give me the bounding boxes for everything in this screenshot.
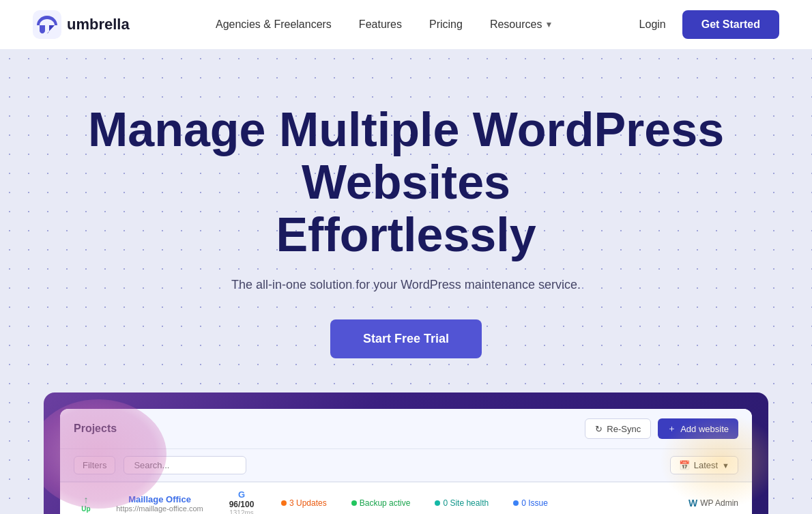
agencies-freelancers-link[interactable]: Agencies & Freelancers [216, 18, 332, 30]
logo[interactable]: umbrella [33, 10, 130, 39]
site-status: ↑ Up [74, 494, 98, 513]
search-input[interactable] [124, 456, 246, 474]
issues-dot [513, 500, 519, 506]
resources-link[interactable]: Resources ▼ [490, 18, 553, 31]
hero-section: Manage Multiple WordPress Websites Effor… [0, 49, 812, 514]
login-button[interactable]: Login [639, 18, 666, 31]
plus-icon: ＋ [667, 423, 676, 435]
features-link[interactable]: Features [359, 18, 402, 30]
hero-title-line1: Manage Multiple WordPress Websites [88, 103, 724, 209]
site-name[interactable]: Maillage Office [112, 494, 207, 504]
backup-label: Backup active [360, 498, 411, 508]
projects-title: Projects [74, 423, 117, 435]
filters-button[interactable]: Filters [74, 456, 115, 474]
issues-badge: 0 Issue [508, 496, 553, 511]
backup-badge: Backup active [346, 496, 416, 511]
sidebar-item-features[interactable]: Features [359, 18, 402, 31]
start-free-trial-button[interactable]: Start Free Trial [330, 319, 482, 358]
chevron-down-icon: ▼ [722, 461, 729, 470]
sidebar-item-pricing[interactable]: Pricing [429, 18, 463, 31]
wp-admin-label: WP Admin [700, 498, 738, 508]
dashboard-inner: Projects ↻ Re-Sync ＋ Add website Filters [60, 409, 752, 514]
nav-links: Agencies & Freelancers Features Pricing … [216, 18, 553, 31]
hero-title: Manage Multiple WordPress Websites Effor… [65, 104, 747, 261]
get-started-button[interactable]: Get Started [682, 10, 779, 39]
sidebar-item-resources[interactable]: Resources ▼ [490, 18, 553, 31]
status-up-label: Up [81, 505, 90, 513]
table-row: ↑ Up Maillage Office https://maillage-of… [60, 482, 752, 514]
chevron-down-icon: ▼ [545, 20, 553, 29]
dashboard-actions: ↻ Re-Sync ＋ Add website [585, 418, 738, 439]
updates-badge: 3 Updates [276, 496, 332, 511]
issues-label: 0 Issue [521, 498, 548, 508]
dashboard-filters: Filters 📅 Latest ▼ [60, 449, 752, 482]
updates-dot [281, 500, 287, 506]
wp-admin[interactable]: W WP Admin [688, 498, 738, 509]
re-sync-label: Re-Sync [607, 424, 641, 434]
hero-subtitle: The all-in-one solution for your WordPre… [33, 278, 779, 292]
latest-dropdown[interactable]: 📅 Latest ▼ [670, 456, 738, 474]
hero-title-line2: Effortlessly [276, 208, 536, 261]
re-sync-button[interactable]: ↻ Re-Sync [585, 418, 651, 439]
nav-actions: Login Get Started [639, 10, 779, 39]
health-dot [435, 500, 440, 506]
site-info: Maillage Office https://maillage-office.… [112, 494, 207, 513]
wordpress-icon: W [688, 498, 697, 509]
google-icon: G [238, 489, 245, 500]
site-google-score: G 96/100 1312ms [221, 489, 262, 514]
updates-label: 3 Updates [289, 498, 327, 508]
navbar: umbrella Agencies & Freelancers Features… [0, 0, 812, 49]
score-sub: 1312ms [229, 509, 254, 514]
pricing-link[interactable]: Pricing [429, 18, 463, 30]
dashboard-header: Projects ↻ Re-Sync ＋ Add website [60, 409, 752, 449]
add-website-button[interactable]: ＋ Add website [658, 418, 738, 439]
re-sync-icon: ↻ [595, 424, 603, 434]
add-website-label: Add website [680, 424, 729, 434]
score-value: 96/100 [229, 500, 255, 509]
dashboard-preview: Projects ↻ Re-Sync ＋ Add website Filters [44, 392, 768, 514]
health-label: 0 Site health [443, 498, 489, 508]
health-badge: 0 Site health [429, 496, 494, 511]
umbrella-logo-icon [33, 10, 61, 39]
up-arrow-icon: ↑ [84, 494, 89, 505]
backup-dot [351, 500, 357, 506]
site-url: https://maillage-office.com [112, 504, 207, 513]
sidebar-item-agencies-freelancers[interactable]: Agencies & Freelancers [216, 18, 332, 31]
logo-text: umbrella [67, 16, 130, 33]
calendar-icon: 📅 [679, 460, 690, 470]
latest-label: Latest [694, 460, 718, 470]
